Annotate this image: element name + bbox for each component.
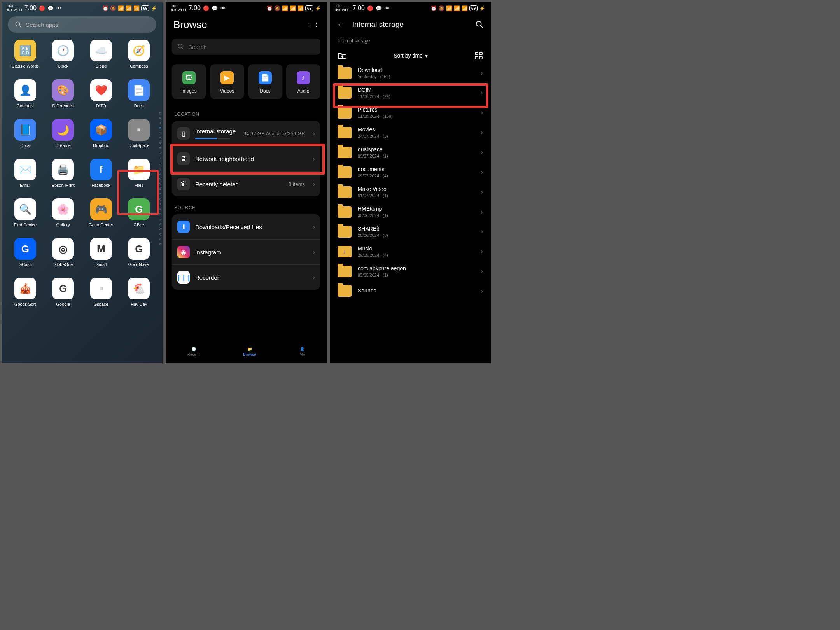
chevron-right-icon: ›	[481, 168, 483, 176]
app-icon: ▫️	[128, 119, 150, 141]
app-epson-iprint[interactable]: 🖨️Epson iPrint	[46, 159, 81, 187]
alpha-T[interactable]: T	[159, 212, 162, 217]
alpha-#[interactable]: #	[159, 110, 162, 116]
alpha-index[interactable]: #ABCDEFGHIJKLMNOPQRSTUVWXYZ	[159, 110, 162, 247]
app-icon: f	[90, 159, 112, 180]
alpha-F[interactable]: F	[159, 141, 162, 146]
back-arrow-icon[interactable]: ←	[337, 19, 345, 30]
source-instagram[interactable]: ◉ Instagram ›	[172, 240, 320, 265]
source-recorder[interactable]: ❙❙❙ Recorder ›	[172, 265, 320, 290]
alpha-Q[interactable]: Q	[159, 196, 162, 201]
clock-icon: 🕐	[191, 347, 196, 351]
app-compass[interactable]: 🧭Compass	[122, 40, 157, 68]
alpha-U[interactable]: U	[159, 217, 162, 222]
alpha-Z[interactable]: Z	[159, 242, 162, 247]
folder-hmetemp[interactable]: HMEtemp30/06/2024 · (1)›	[330, 202, 491, 222]
internal-storage-row[interactable]: ▯ Internal storage 94.92 GB Available/25…	[172, 121, 320, 146]
nav-recent[interactable]: 🕐 Recent	[187, 347, 200, 357]
source-downloads[interactable]: ⬇ Downloads/Received files ›	[172, 214, 320, 240]
new-folder-icon[interactable]	[338, 51, 347, 60]
folder-movies[interactable]: Movies24/07/2024 · (3)›	[330, 122, 491, 142]
alpha-Y[interactable]: Y	[159, 237, 162, 242]
app-icon: 📘	[14, 119, 36, 141]
app-gbox[interactable]: GGBox	[122, 198, 157, 227]
alpha-N[interactable]: N	[159, 181, 162, 186]
alpha-W[interactable]: W	[159, 227, 162, 232]
app-goods-sort[interactable]: 🎪Goods Sort	[8, 278, 43, 306]
alpha-L[interactable]: L	[159, 171, 162, 176]
alpha-S[interactable]: S	[159, 206, 162, 212]
app-hay-day[interactable]: 🐔Hay Day	[122, 278, 157, 306]
alpha-G[interactable]: G	[159, 146, 162, 151]
alpha-A[interactable]: A	[159, 116, 162, 121]
nav-me[interactable]: 👤 Me	[299, 347, 305, 357]
category-videos[interactable]: ▶ Videos	[210, 64, 244, 99]
search-apps[interactable]: Search apps	[8, 16, 156, 33]
alpha-M[interactable]: M	[159, 176, 162, 181]
app-dreame[interactable]: 🌙Dreame	[46, 119, 81, 148]
folder-pictures[interactable]: Pictures11/08/2024 · (169)›	[330, 103, 491, 122]
category-docs[interactable]: 📄 Docs	[248, 64, 282, 99]
breadcrumb[interactable]: Internal storage	[330, 36, 491, 46]
recently-deleted-row[interactable]: 🗑 Recently deleted 0 items ›	[172, 172, 320, 196]
sort-button[interactable]: Sort by time ▾	[394, 52, 428, 59]
app-goodnovel[interactable]: GGoodNovel	[122, 238, 157, 267]
app-gspace[interactable]: ▫️Gspace	[84, 278, 119, 306]
category-images[interactable]: 🖼 Images	[172, 64, 206, 99]
alpha-B[interactable]: B	[159, 121, 162, 126]
alpha-O[interactable]: O	[159, 186, 162, 191]
network-row[interactable]: 🖥 Network neighborhood ›	[172, 146, 320, 172]
folder-dualspace[interactable]: dualspace09/07/2024 · (1)›	[330, 142, 491, 162]
alpha-H[interactable]: H	[159, 151, 162, 156]
app-facebook[interactable]: fFacebook	[84, 159, 119, 187]
app-docs[interactable]: 📄Docs	[122, 79, 157, 108]
app-classic-words[interactable]: 🔠Classic Words	[8, 40, 43, 68]
folder-documents[interactable]: documents09/07/2024 · (4)›	[330, 162, 491, 182]
alpha-E[interactable]: E	[159, 136, 162, 141]
search-icon[interactable]	[475, 20, 484, 29]
app-dualspace[interactable]: ▫️DualSpace	[122, 119, 157, 148]
folder-name: com.apkpure.aegon	[358, 265, 472, 271]
app-google[interactable]: GGoogle	[46, 278, 81, 306]
app-cloud[interactable]: ☁️Cloud	[84, 40, 119, 68]
app-email[interactable]: ✉️Email	[8, 159, 43, 187]
screen-app-drawer: TNT INT WI-FI 7:00 🔴 💬 👁 ⏰ 🔕 📶 📶 📶 69 ⚡ …	[2, 2, 163, 363]
alpha-V[interactable]: V	[159, 222, 162, 227]
app-gcash[interactable]: GGCash	[8, 238, 43, 267]
search-icon	[177, 43, 184, 50]
grid-view-icon[interactable]	[474, 51, 483, 60]
folder-com-apkpure-aegon[interactable]: com.apkpure.aegon05/05/2024 · (1)›	[330, 261, 491, 281]
app-gmail[interactable]: MGmail	[84, 238, 119, 267]
folder-sounds[interactable]: Sounds›	[330, 281, 491, 301]
alpha-C[interactable]: C	[159, 126, 162, 131]
alpha-X[interactable]: X	[159, 232, 162, 237]
app-globeone[interactable]: ◎GlobeOne	[46, 238, 81, 267]
folder-dcim[interactable]: DCIM11/08/2024 · (29)›	[330, 83, 491, 103]
category-audio[interactable]: ♪ Audio	[286, 64, 320, 99]
app-files[interactable]: 📁Files	[122, 159, 157, 187]
app-gallery[interactable]: 🌸Gallery	[46, 198, 81, 227]
folder-music[interactable]: Music29/05/2024 · (4)›	[330, 242, 491, 261]
app-contacts[interactable]: 👤Contacts	[8, 79, 43, 108]
alpha-P[interactable]: P	[159, 191, 162, 196]
expand-icon[interactable]: : :	[309, 21, 319, 28]
nav-browse[interactable]: 📁 Browse	[243, 347, 256, 357]
status-bar: TNT INT WI-FI 7:00 🔴💬👁 ⏰🔕📶📶📶 69⚡	[330, 2, 491, 13]
folder-make-video[interactable]: Make Video01/07/2024 · (1)›	[330, 182, 491, 202]
search-files[interactable]: Search	[172, 38, 320, 55]
alpha-D[interactable]: D	[159, 131, 162, 136]
app-gamecenter[interactable]: 🎮GameCenter	[84, 198, 119, 227]
app-differences[interactable]: 🎨Differences	[46, 79, 81, 108]
alpha-J[interactable]: J	[159, 161, 162, 166]
bolt-icon: ⚡	[151, 5, 157, 11]
app-find-device[interactable]: 🔍Find Device	[8, 198, 43, 227]
alpha-K[interactable]: K	[159, 166, 162, 171]
alpha-R[interactable]: R	[159, 201, 162, 206]
alpha-I[interactable]: I	[159, 156, 162, 161]
app-clock[interactable]: 🕐Clock	[46, 40, 81, 68]
app-docs[interactable]: 📘Docs	[8, 119, 43, 148]
app-dito[interactable]: ❤️DITO	[84, 79, 119, 108]
folder-shareit[interactable]: SHAREit20/06/2024 · (8)›	[330, 222, 491, 242]
folder-download[interactable]: DownloadYesterday · (160)›	[330, 63, 491, 83]
app-dropbox[interactable]: 📦Dropbox	[84, 119, 119, 148]
